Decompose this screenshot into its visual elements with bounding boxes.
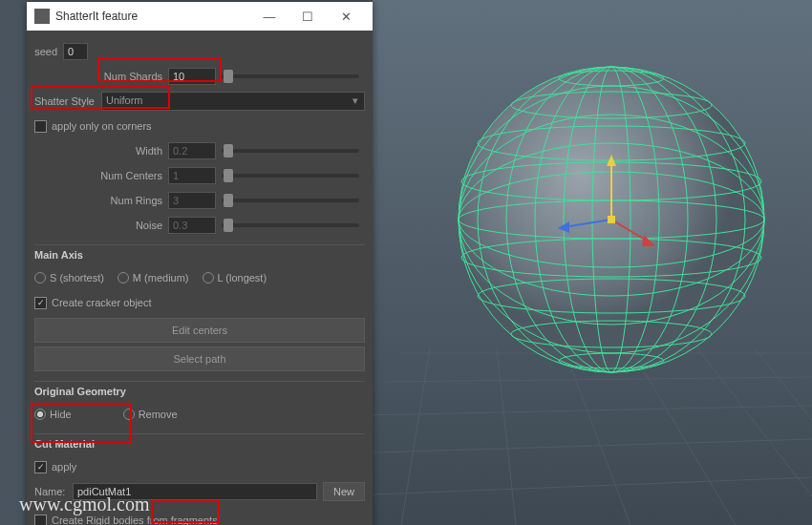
svg-line-9: [697, 348, 812, 496]
mainaxis-section: Main Axis: [34, 244, 365, 262]
svg-rect-37: [608, 216, 615, 223]
axis-m-radio[interactable]: M (medium): [118, 272, 189, 284]
hide-radio[interactable]: Hide: [34, 409, 72, 420]
cracker-check[interactable]: Create cracker object: [34, 297, 152, 309]
seed-label: seed: [34, 46, 63, 57]
numshards-label: Num Shards: [34, 71, 168, 82]
rigid-check[interactable]: Create Rigid bodies from fragments: [34, 514, 218, 526]
numcenters-label: Num Centers: [34, 170, 168, 181]
noise-slider[interactable]: [222, 223, 359, 227]
numrings-slider[interactable]: [222, 199, 359, 202]
new-button[interactable]: New: [323, 482, 365, 501]
numrings-input[interactable]: [168, 192, 216, 209]
numcenters-input[interactable]: [168, 167, 216, 184]
numrings-label: Num Rings: [34, 195, 168, 206]
svg-line-8: [401, 348, 430, 525]
svg-line-6: [564, 348, 630, 525]
shatterit-window: ShatterIt feature — ☐ ✕ seed Num Shards …: [27, 2, 373, 525]
numshards-input[interactable]: [168, 68, 216, 85]
selectpath-button[interactable]: Select path: [34, 346, 365, 371]
remove-radio[interactable]: Remove: [123, 409, 178, 420]
watermark: www.cgmol.com: [19, 494, 149, 515]
svg-line-5: [630, 348, 736, 525]
viewport[interactable]: [373, 0, 812, 525]
cutmat-section: Cut Material: [34, 433, 365, 452]
close-button[interactable]: ✕: [327, 10, 365, 24]
width-input[interactable]: [168, 142, 216, 159]
svg-line-4: [373, 477, 812, 496]
cutmat-apply-check[interactable]: apply: [34, 461, 76, 473]
app-icon: [34, 9, 50, 24]
shatterstyle-label: Shatter Style: [34, 95, 101, 107]
applycorners-check[interactable]: apply only on corners: [34, 120, 152, 133]
minimize-button[interactable]: —: [250, 10, 288, 24]
numcenters-slider[interactable]: [222, 174, 359, 178]
width-label: Width: [34, 145, 168, 157]
width-slider[interactable]: [222, 149, 359, 153]
origgeo-section: Original Geometry: [34, 381, 365, 399]
axis-l-radio[interactable]: L (longest): [203, 272, 267, 284]
noise-input[interactable]: [168, 217, 216, 234]
svg-line-7: [497, 348, 516, 525]
titlebar[interactable]: ShatterIt feature — ☐ ✕: [27, 2, 373, 31]
shatterstyle-select[interactable]: Uniform: [101, 92, 365, 111]
numshards-slider[interactable]: [222, 74, 359, 78]
axis-s-radio[interactable]: S (shortest): [34, 272, 104, 284]
seed-input[interactable]: [63, 43, 88, 60]
noise-label: Noise: [34, 220, 168, 231]
svg-line-10: [755, 348, 812, 420]
editcenters-button[interactable]: Edit centers: [34, 318, 365, 343]
svg-line-1: [382, 377, 812, 382]
window-title: ShatterIt feature: [55, 10, 138, 23]
svg-line-2: [373, 406, 812, 415]
maximize-button[interactable]: ☐: [288, 10, 327, 24]
svg-line-3: [373, 439, 812, 453]
